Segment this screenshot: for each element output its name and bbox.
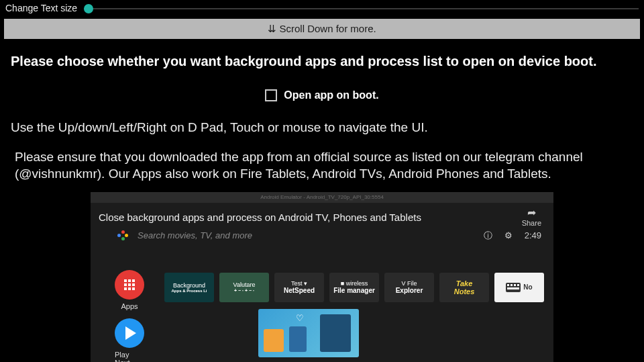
apps-nav-item[interactable]: Apps xyxy=(115,270,144,310)
gear-icon[interactable]: ⚙ xyxy=(504,230,513,240)
video-overlay-icons: ⓘ ⚙ 2:49 xyxy=(484,230,541,242)
play-icon xyxy=(115,318,144,348)
tile-file-explorer[interactable]: V File Explorer xyxy=(384,273,434,302)
play-next-row: ♡ xyxy=(164,302,544,357)
share-label: Share xyxy=(522,219,541,227)
instructions-dpad: Use the Up/down/Left/Right on D Pad, Tou… xyxy=(11,119,633,136)
open-on-boot-label: Open app on boot. xyxy=(284,89,378,101)
tile-keyboard[interactable]: No xyxy=(494,273,544,302)
google-assistant-icon[interactable] xyxy=(117,230,128,241)
tv-left-nav: Apps Play Next xyxy=(115,270,144,362)
instructions-source: Please ensure that you downloaded the ap… xyxy=(11,148,633,183)
scroll-down-banner[interactable]: ⇊ Scroll Down for more. xyxy=(4,19,640,39)
tile-valutare[interactable]: Valutare + − · + − · xyxy=(219,273,269,302)
play-next-nav-item[interactable]: Play Next xyxy=(115,318,144,362)
text-size-slider[interactable] xyxy=(84,8,639,9)
tile-netspeed[interactable]: Test ▾ NetSpeed xyxy=(274,273,324,302)
emulator-title-bar: Android Emulator - Android_TV_720p_API_3… xyxy=(91,192,553,203)
tile-take-notes[interactable]: Take Notes xyxy=(439,273,489,302)
slider-thumb-icon[interactable] xyxy=(84,4,93,13)
main-content: Please choose whether you want backgroun… xyxy=(0,39,644,183)
apps-label: Apps xyxy=(121,302,138,310)
share-button[interactable]: ➦ Share xyxy=(522,208,541,227)
hero-tile[interactable]: ♡ xyxy=(258,309,359,357)
checkbox-icon[interactable] xyxy=(265,89,277,101)
tv-home-area: Apps Play Next Background Apps & Process… xyxy=(91,246,553,362)
text-size-row: Change Text size xyxy=(0,0,644,15)
share-icon: ➦ xyxy=(527,208,536,218)
info-icon[interactable]: ⓘ xyxy=(484,230,492,242)
video-title-row: Close background apps and process on And… xyxy=(91,203,553,230)
open-on-boot-row[interactable]: Open app on boot. xyxy=(11,89,633,101)
embedded-video[interactable]: Android Emulator - Android_TV_720p_API_3… xyxy=(91,192,553,362)
page-heading: Please choose whether you want backgroun… xyxy=(11,54,633,69)
video-title: Close background apps and process on And… xyxy=(99,212,515,223)
tiles-column: Background Apps & Process Li Valutare + … xyxy=(164,270,544,362)
app-tiles-row: Background Apps & Process Li Valutare + … xyxy=(164,273,544,302)
tile-wireless-file-manager[interactable]: ■ wireless File manager xyxy=(329,273,379,302)
video-duration: 2:49 xyxy=(525,230,541,240)
heart-icon: ♡ xyxy=(296,313,304,323)
video-controls-row: Search movies, TV, and more ⓘ ⚙ 2:49 xyxy=(91,230,553,246)
text-size-label: Change Text size xyxy=(5,3,77,13)
keyboard-icon xyxy=(506,283,521,292)
search-placeholder[interactable]: Search movies, TV, and more xyxy=(138,230,474,240)
apps-grid-icon xyxy=(115,270,144,300)
play-next-label: Play Next xyxy=(115,351,144,362)
tile-background-apps[interactable]: Background Apps & Process Li xyxy=(164,273,214,302)
